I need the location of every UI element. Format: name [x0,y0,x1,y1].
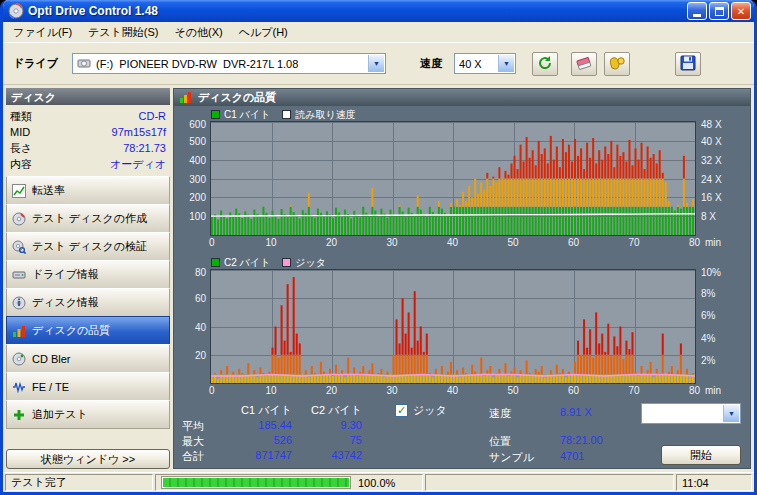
status-bar: テスト完了 100.0% 11:04 [3,472,754,492]
menu-item-start-test[interactable]: テスト開始(S) [80,22,166,43]
disc-panel-header: ディスク [6,88,170,105]
sidebar-item-transfer-rate[interactable]: 転送率 [6,176,170,205]
disc-quality-icon [179,91,193,105]
maximize-button[interactable] [709,2,729,20]
drive-info-icon [12,268,26,282]
sidebar-item-label: 転送率 [32,183,65,198]
speed-stat-label: 速度 [489,406,511,421]
y-axis-right: 10%8%6%4%2% [696,269,742,384]
info-value: CD-R [139,110,167,122]
sidebar-item-label: ディスクの品質 [32,323,110,338]
menu-item-other[interactable]: その他(X) [167,22,231,43]
sidebar-item-label: 追加テスト [32,407,88,422]
speed-select[interactable]: 40 X ▼ [454,53,516,74]
axis-tick-label: 80 [195,267,206,278]
jitter-checkbox-label: ジッタ [413,403,447,418]
axis-tick-label: 20 [195,350,206,361]
sidebar-item-cd-bler[interactable]: CD Bler [6,344,170,373]
sidebar-item-label: テスト ディスクの検証 [32,239,147,254]
sidebar-item-verify-test-disc[interactable]: テスト ディスクの検証 [6,232,170,261]
speed-select-value: 40 X [459,58,482,70]
sidebar-item-fe-te[interactable]: FE / TE [6,372,170,401]
info-label: 種類 [10,109,32,124]
axis-tick-label: 0 [209,237,215,248]
sidebar-item-label: ディスク情報 [32,295,99,310]
statusbar-spacer [425,474,674,491]
floppy-icon [680,55,696,73]
window-title: Opti Drive Control 1.48 [28,4,685,18]
verify-disc-icon [12,240,26,254]
info-label: 内容 [10,157,32,172]
axis-tick-label: min [705,237,721,248]
close-button[interactable]: ✕ [731,2,751,20]
disc-quality-icon [12,324,26,338]
c2-jitter-chart: C2 バイトジッタ 80604020 10%8%6%4%2% 010203040… [178,256,746,397]
axis-tick-label: 30 [387,237,398,248]
position-stat-label: 位置 [489,434,511,449]
avg-c1-value: 185.44 [234,419,292,431]
status-window-button[interactable]: 状態ウィンドウ >> [6,449,170,469]
axis-tick-label: 50 [508,385,519,396]
chevron-down-icon[interactable]: ▼ [723,405,739,422]
menu-bar: ファイル(F) テスト開始(S) その他(X) ヘルプ(H) [3,22,754,43]
refresh-button[interactable] [532,52,558,76]
main-area: ディスク 種類CD-R MID97m15s17f 長さ78:21.73 内容オー… [3,85,754,472]
plot-area [210,121,696,236]
disc-info-row: 内容オーディオ [7,156,169,172]
position-stat-value: 78:21.00 [560,434,603,446]
erase-button[interactable] [571,52,597,76]
title-bar[interactable]: Opti Drive Control 1.48 ✕ [3,0,754,22]
sidebar-item-label: ドライブ情報 [32,267,99,282]
sidebar-item-additional-tests[interactable]: 追加テスト [6,400,170,429]
status-text: テスト完了 [11,475,67,490]
sidebar-item-disc-quality[interactable]: ディスクの品質 [6,316,170,345]
minimize-button[interactable] [687,2,707,20]
axis-tick-label: 300 [189,174,206,185]
c2-column-header: C2 バイト [304,403,362,418]
info-value: 97m15s17f [112,126,166,138]
avg-c2-value: 9.30 [304,419,362,431]
axis-tick-label: 500 [189,136,206,147]
sidebar-item-disc-info[interactable]: ディスク情報 [6,288,170,317]
gloves-icon [608,55,626,73]
cd-bler-icon [12,352,26,366]
axis-tick-label: 20 [326,237,337,248]
checkbox-check-icon[interactable]: ✓ [395,404,408,417]
chevron-down-icon[interactable]: ▼ [368,55,384,72]
axis-tick-label: 6% [701,310,715,321]
fe-te-icon [12,380,26,394]
quality-speed-select[interactable]: 40 X ▼ [641,403,741,424]
chart-canvas [211,122,695,235]
content-header: ディスクの品質 [174,89,750,106]
status-message-panel: テスト完了 [5,474,153,491]
axis-tick-label: 24 X [701,174,722,185]
clean-button[interactable] [604,52,630,76]
sidebar-item-label: CD Bler [32,353,71,365]
menu-item-file[interactable]: ファイル(F) [5,22,80,43]
speed-label: 速度 [420,56,442,71]
legend-label: C2 バイト [224,256,270,270]
menu-item-help[interactable]: ヘルプ(H) [231,22,296,43]
drive-label: ドライブ [13,56,58,71]
legend-label: 読み取り速度 [295,108,355,122]
jitter-checkbox[interactable]: ✓ ジッタ [395,403,447,418]
drive-select[interactable]: (F:) PIONEER DVD-RW DVR-217L 1.08 ▼ [72,53,386,74]
save-button[interactable] [675,52,701,76]
info-label: 長さ [10,141,32,156]
max-c1-value: 526 [234,434,292,446]
app-icon [8,3,24,19]
total-c2-value: 43742 [304,449,362,461]
chevron-down-icon[interactable]: ▼ [498,55,514,72]
axis-tick-label: 40 [195,322,206,333]
disc-info-row: MID97m15s17f [7,124,169,140]
progress-fill [163,478,349,487]
start-button[interactable]: 開始 [661,445,741,465]
axis-tick-label: 48 X [701,119,722,130]
create-disc-icon [12,212,26,226]
legend-swatch [211,258,220,267]
axis-tick-label: 0 [209,385,215,396]
total-row-label: 合計 [182,449,204,464]
axis-tick-label: 60 [568,237,579,248]
sidebar-item-drive-info[interactable]: ドライブ情報 [6,260,170,289]
sidebar-item-create-test-disc[interactable]: テスト ディスクの作成 [6,204,170,233]
